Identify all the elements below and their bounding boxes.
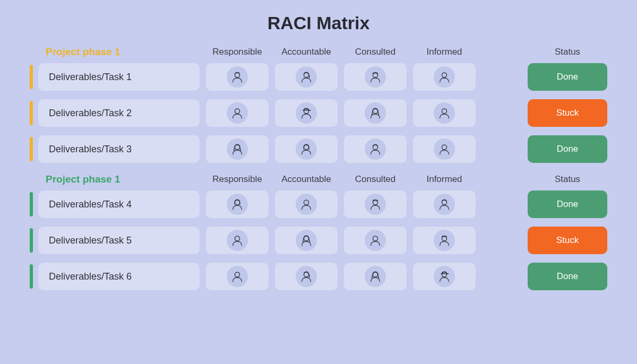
phase-title: Project phase 1 xyxy=(30,174,200,185)
person-chip xyxy=(344,227,407,254)
svg-point-21 xyxy=(235,272,239,277)
person-chip xyxy=(344,63,407,91)
column-header-row: Project phase 1ResponsibleAccountableCon… xyxy=(30,46,607,58)
person-icon xyxy=(365,230,386,251)
person-chip xyxy=(413,190,476,218)
person-icon xyxy=(434,194,455,215)
column-header: Informed xyxy=(413,47,476,57)
person-icon xyxy=(365,66,386,88)
person-icon xyxy=(227,138,248,160)
person-icon xyxy=(296,66,317,88)
phase-accent-bar xyxy=(30,192,33,216)
column-header: Accountable xyxy=(275,174,338,185)
person-chip xyxy=(413,227,476,254)
person-icon xyxy=(296,194,317,215)
person-chip xyxy=(275,263,338,290)
svg-point-8 xyxy=(442,109,446,114)
person-icon xyxy=(434,138,455,160)
task-row: Deliverables/Task 3Done xyxy=(30,135,607,163)
task-row: Deliverables/Task 6Done xyxy=(30,263,607,290)
person-chip xyxy=(275,63,338,91)
column-header: Consulted xyxy=(344,47,407,57)
task-label: Deliverables/Task 3 xyxy=(38,135,200,163)
raci-matrix: Project phase 1ResponsibleAccountableCon… xyxy=(30,46,607,290)
phase-accent-bar xyxy=(30,101,33,125)
svg-point-12 xyxy=(442,145,446,150)
person-chip xyxy=(344,135,407,163)
column-header: Informed xyxy=(413,174,476,185)
status-badge: Done xyxy=(528,263,607,290)
person-chip xyxy=(344,99,407,127)
phase-accent-bar xyxy=(30,137,33,161)
page-title: RACI Matrix xyxy=(30,13,607,33)
svg-point-3 xyxy=(442,73,446,77)
phase-section: Project phase 1ResponsibleAccountableCon… xyxy=(30,174,607,290)
column-header: Consulted xyxy=(344,174,407,185)
status-badge: Stuck xyxy=(528,99,607,127)
task-label: Deliverables/Task 2 xyxy=(38,99,200,127)
person-icon xyxy=(434,66,455,88)
person-icon xyxy=(365,194,386,215)
person-icon xyxy=(296,102,317,124)
column-header: Responsible xyxy=(206,47,269,57)
person-icon xyxy=(227,194,248,215)
person-chip xyxy=(275,99,338,127)
svg-point-17 xyxy=(235,236,239,241)
person-icon xyxy=(434,102,455,124)
phase-accent-bar xyxy=(30,264,33,289)
task-cell: Deliverables/Task 3 xyxy=(30,135,200,163)
person-icon xyxy=(365,138,386,160)
person-chip xyxy=(206,227,269,254)
person-chip xyxy=(206,263,269,290)
task-label: Deliverables/Task 4 xyxy=(38,190,200,218)
person-chip xyxy=(413,263,476,290)
task-cell: Deliverables/Task 2 xyxy=(30,99,200,127)
task-cell: Deliverables/Task 4 xyxy=(30,190,200,218)
person-icon xyxy=(434,266,455,287)
person-icon xyxy=(227,266,248,287)
person-icon xyxy=(296,230,317,251)
person-icon xyxy=(365,266,386,287)
person-chip xyxy=(413,63,476,91)
status-badge: Done xyxy=(528,135,607,163)
task-row: Deliverables/Task 4Done xyxy=(30,190,607,218)
person-icon xyxy=(434,230,455,251)
person-chip xyxy=(344,263,407,290)
person-chip xyxy=(206,99,269,127)
person-chip xyxy=(413,99,476,127)
svg-point-15 xyxy=(373,200,377,205)
person-icon xyxy=(227,66,248,88)
status-badge: Stuck xyxy=(528,227,607,254)
task-cell: Deliverables/Task 1 xyxy=(30,63,200,91)
svg-point-19 xyxy=(373,236,377,241)
person-icon xyxy=(296,138,317,160)
svg-point-4 xyxy=(235,109,239,114)
status-header: Status xyxy=(528,47,607,57)
task-cell: Deliverables/Task 6 xyxy=(30,263,200,290)
person-icon xyxy=(227,230,248,251)
person-chip xyxy=(275,190,338,218)
phase-accent-bar xyxy=(30,65,33,89)
status-badge: Done xyxy=(528,63,607,91)
person-icon xyxy=(365,102,386,124)
column-header: Accountable xyxy=(275,47,338,57)
svg-point-20 xyxy=(442,236,446,241)
svg-point-14 xyxy=(304,200,308,205)
person-chip xyxy=(206,63,269,91)
svg-point-24 xyxy=(442,272,446,277)
task-row: Deliverables/Task 5Stuck xyxy=(30,227,607,254)
task-cell: Deliverables/Task 5 xyxy=(30,227,200,254)
person-chip xyxy=(344,190,407,218)
person-chip xyxy=(275,227,338,254)
svg-point-2 xyxy=(373,73,377,77)
status-badge: Done xyxy=(528,190,607,218)
person-chip xyxy=(413,135,476,163)
task-row: Deliverables/Task 2Stuck xyxy=(30,99,607,127)
task-row: Deliverables/Task 1Done xyxy=(30,63,607,91)
task-label: Deliverables/Task 1 xyxy=(38,63,200,91)
column-header-row: Project phase 1ResponsibleAccountableCon… xyxy=(30,174,607,185)
status-header: Status xyxy=(528,174,607,185)
person-chip xyxy=(275,135,338,163)
phase-section: Project phase 1ResponsibleAccountableCon… xyxy=(30,46,607,163)
person-chip xyxy=(206,135,269,163)
